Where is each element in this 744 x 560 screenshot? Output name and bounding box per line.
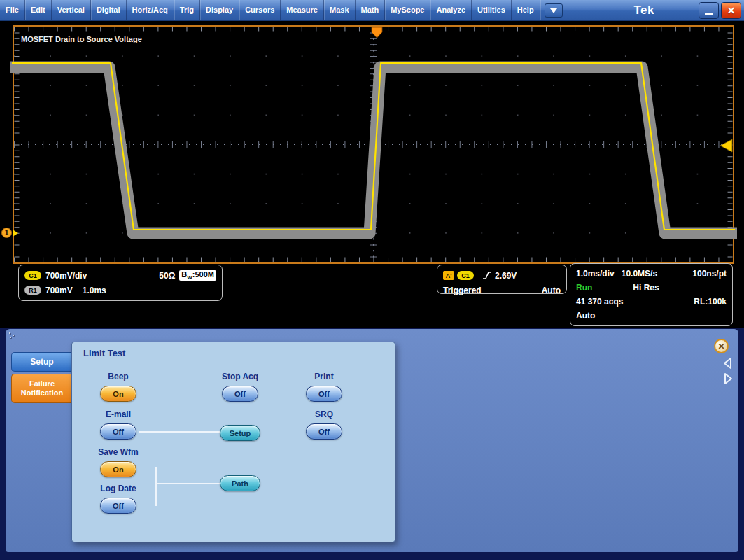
control-beep: Beep On bbox=[83, 372, 153, 402]
close-icon: ✕ bbox=[727, 5, 736, 16]
r1-timebase: 1.0ms bbox=[83, 286, 106, 295]
scope-display-area: MOSFET Drain to Source Voltage bbox=[0, 21, 744, 328]
dialog-title: Limit Test bbox=[72, 342, 395, 358]
limit-test-panel: ✕ Setup Failure Notification Limit Test … bbox=[6, 329, 738, 552]
main-menu: File Edit Vertical Digital Horiz/Acq Tri… bbox=[0, 0, 563, 20]
drag-handle[interactable] bbox=[9, 332, 17, 341]
panel-close-button[interactable]: ✕ bbox=[714, 339, 729, 354]
trigger-position-marker-icon[interactable] bbox=[372, 27, 382, 38]
trigger-mode: Auto bbox=[542, 286, 561, 295]
log-date-label: Log Date bbox=[83, 484, 153, 495]
control-stop-acq: Stop Acq Off bbox=[205, 372, 275, 402]
beep-toggle[interactable]: On bbox=[100, 386, 136, 402]
horizontal-scale: 1.0ms/div bbox=[576, 269, 615, 279]
menu-file[interactable]: File bbox=[0, 0, 25, 20]
beep-label: Beep bbox=[83, 372, 153, 383]
c1-scale: 700mV/div bbox=[45, 271, 87, 281]
srq-toggle[interactable]: Off bbox=[306, 424, 342, 440]
horizontal-readout-box: 1.0ms/div 10.0MS/s 100ns/pt Run Hi Res 4… bbox=[570, 263, 733, 326]
email-setup-button[interactable]: Setup bbox=[220, 425, 260, 441]
channel-1-marker[interactable]: 1 bbox=[1, 227, 18, 238]
log-date-toggle[interactable]: Off bbox=[100, 498, 136, 514]
r1-readout-row: R1 700mV 1.0ms bbox=[24, 283, 216, 298]
save-wfm-label: Save Wfm bbox=[83, 447, 153, 458]
acquisition-count: 41 370 acqs bbox=[576, 297, 623, 307]
tek-logo: Tek bbox=[633, 4, 654, 18]
menu-math[interactable]: Math bbox=[356, 0, 386, 20]
c1-impedance: 50Ω bbox=[159, 271, 175, 281]
menu-help[interactable]: Help bbox=[512, 0, 540, 20]
r1-scale: 700mV bbox=[45, 286, 73, 295]
waveform-graticule: MOSFET Drain to Source Voltage bbox=[13, 25, 734, 264]
save-wfm-toggle[interactable]: On bbox=[100, 461, 136, 477]
trigger-source-badge[interactable]: C1 bbox=[457, 271, 474, 280]
menu-display[interactable]: Display bbox=[200, 0, 239, 20]
arrow-right-icon[interactable] bbox=[722, 372, 734, 385]
menu-mask[interactable]: Mask bbox=[324, 0, 356, 20]
control-print: Print Off bbox=[289, 372, 359, 402]
panel-nav-arrows bbox=[722, 357, 734, 385]
path-button[interactable]: Path bbox=[220, 475, 260, 491]
control-email: E-mail Off bbox=[83, 410, 153, 440]
menu-analyze[interactable]: Analyze bbox=[430, 0, 472, 20]
limit-mask-band bbox=[10, 67, 737, 233]
resolution: 100ns/pt bbox=[692, 269, 727, 279]
tab-setup[interactable]: Setup bbox=[11, 352, 72, 372]
connector-path bbox=[155, 483, 220, 484]
run-state-row: Run Hi Res bbox=[576, 281, 727, 295]
control-srq: SRQ Off bbox=[289, 410, 359, 440]
oscilloscope-app: File Edit Vertical Digital Horiz/Acq Tri… bbox=[0, 0, 744, 560]
tab-failure-notification[interactable]: Failure Notification bbox=[11, 374, 72, 403]
control-log-date: Log Date Off bbox=[83, 484, 153, 514]
menu-cursors[interactable]: Cursors bbox=[239, 0, 281, 20]
minimize-button[interactable] bbox=[699, 2, 719, 19]
waveform-annotation: MOSFET Drain to Source Voltage bbox=[21, 35, 142, 43]
menu-trig[interactable]: Trig bbox=[174, 0, 200, 20]
channel-1-arrow-icon bbox=[13, 230, 18, 237]
stop-acq-toggle[interactable]: Off bbox=[222, 386, 258, 402]
r1-badge[interactable]: R1 bbox=[24, 286, 41, 295]
waveform-plot bbox=[14, 27, 733, 262]
menu-vertical[interactable]: Vertical bbox=[52, 0, 91, 20]
control-save-wfm: Save Wfm On bbox=[83, 447, 153, 477]
menu-bar: File Edit Vertical Digital Horiz/Acq Tri… bbox=[0, 0, 744, 21]
menu-measure[interactable]: Measure bbox=[281, 0, 324, 20]
acq-count-row: 41 370 acqs RL:100k bbox=[576, 295, 727, 309]
panel-close-icon: ✕ bbox=[717, 342, 724, 351]
stop-acq-label: Stop Acq bbox=[205, 372, 275, 383]
channel-1-badge: 1 bbox=[1, 227, 12, 238]
menu-digital[interactable]: Digital bbox=[91, 0, 127, 20]
sample-rate: 10.0MS/s bbox=[622, 269, 657, 279]
menu-edit[interactable]: Edit bbox=[25, 0, 52, 20]
fastacq-row: Auto bbox=[576, 309, 727, 323]
limit-test-dialog: Limit Test Beep On E-mail Off Save Wfm O… bbox=[71, 342, 395, 542]
run-state: Run bbox=[576, 283, 592, 293]
acquisition-mode: Hi Res bbox=[633, 283, 659, 293]
connector-vertical bbox=[155, 467, 157, 506]
menu-horiz-acq[interactable]: Horiz/Acq bbox=[127, 0, 174, 20]
trigger-status: Triggered bbox=[443, 286, 482, 295]
arrow-left-icon[interactable] bbox=[722, 357, 734, 370]
horiz-scale-row: 1.0ms/div 10.0MS/s 100ns/pt bbox=[576, 267, 727, 281]
c1-bandwidth-limit[interactable]: BW:500M bbox=[179, 270, 216, 281]
record-length: RL:100k bbox=[694, 297, 727, 307]
rising-edge-slope-icon bbox=[482, 271, 492, 280]
trigger-level-arrow-icon[interactable] bbox=[720, 139, 732, 152]
minimize-icon bbox=[705, 13, 713, 15]
email-toggle[interactable]: Off bbox=[100, 424, 136, 440]
trigger-source-row: A' C1 2.69V bbox=[443, 268, 561, 283]
trigger-a-badge[interactable]: A' bbox=[443, 271, 454, 280]
menu-myscope[interactable]: MyScope bbox=[385, 0, 430, 20]
email-label: E-mail bbox=[83, 410, 153, 421]
window-controls: ✕ bbox=[699, 2, 741, 19]
dialog-title-rule bbox=[78, 363, 389, 363]
print-label: Print bbox=[289, 372, 359, 383]
print-toggle[interactable]: Off bbox=[306, 386, 342, 402]
c1-badge[interactable]: C1 bbox=[24, 271, 41, 280]
close-button[interactable]: ✕ bbox=[721, 2, 741, 19]
c1-readout-row: C1 700mV/div 50Ω BW:500M bbox=[24, 268, 216, 283]
chevron-down-icon bbox=[550, 8, 557, 13]
trigger-level-value: 2.69V bbox=[495, 271, 517, 281]
menu-overflow-button[interactable] bbox=[545, 4, 563, 18]
menu-utilities[interactable]: Utilities bbox=[472, 0, 512, 20]
